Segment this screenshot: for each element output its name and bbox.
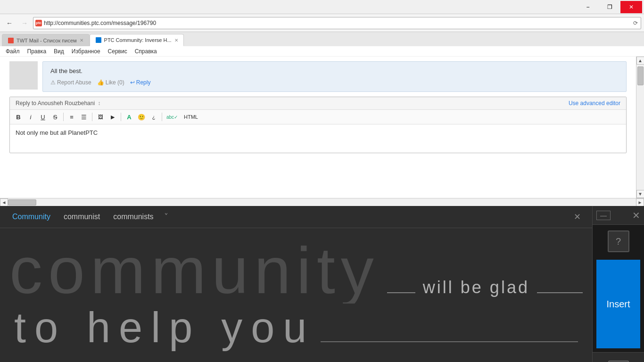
autocomplete-panel: Community communist communists ˅ ✕ commu… xyxy=(0,206,592,362)
advanced-editor-link[interactable]: Use advanced editor xyxy=(569,100,620,107)
suggestion-communist[interactable]: communist xyxy=(59,211,105,223)
font-color-button[interactable]: A xyxy=(124,112,135,122)
menu-bar: Файл Правка Вид Избранное Сервис Справка xyxy=(0,46,644,57)
menu-favorites[interactable]: Избранное xyxy=(68,47,104,56)
scroll-left-button[interactable]: ◄ xyxy=(0,198,8,206)
panel-minimize-button[interactable]: — xyxy=(596,211,611,220)
menu-edit[interactable]: Правка xyxy=(24,47,50,56)
reply-title: Reply to Anousheh Rouzbehani ↕ xyxy=(16,100,100,107)
reply-link[interactable]: ↩ Reply xyxy=(130,79,151,86)
horizontal-scrollbar[interactable]: ◄ ► xyxy=(0,198,644,206)
tab-favicon-community xyxy=(96,37,101,43)
scroll-up-button[interactable]: ▲ xyxy=(636,57,644,65)
menu-file[interactable]: Файл xyxy=(2,47,24,56)
editor-content: Not only me but all PlanetPTC xyxy=(16,129,98,136)
spellcheck-button[interactable]: abc✓ xyxy=(165,112,180,122)
bold-button[interactable]: B xyxy=(13,112,24,122)
special-char-button[interactable]: ¿ xyxy=(148,112,159,122)
minimize-button[interactable]: − xyxy=(577,1,599,13)
url-input[interactable] xyxy=(44,20,630,26)
user-avatar xyxy=(9,61,38,90)
suggestion-community[interactable]: Community xyxy=(8,211,55,223)
scroll-right-button[interactable]: ► xyxy=(636,198,644,206)
italic-button[interactable]: i xyxy=(25,112,36,122)
help-section: ? xyxy=(593,225,644,256)
unordered-list-button[interactable]: ≡ xyxy=(66,112,77,122)
report-abuse-link[interactable]: ⚠ Report Abuse xyxy=(50,79,91,86)
toolbar-separator-4 xyxy=(162,113,162,121)
keyboard-section[interactable]: ENG xyxy=(593,352,644,362)
page-body: All the best. ⚠ Report Abuse 👍 Like (0) … xyxy=(0,57,644,198)
like-button[interactable]: 👍 Like (0) xyxy=(97,79,124,86)
big-word-text: community xyxy=(9,238,380,304)
image-button[interactable]: 🖼 xyxy=(95,112,106,122)
toolbar-separator-1 xyxy=(63,113,64,121)
reply-to-label: Reply to Anousheh Rouzbehani xyxy=(16,100,95,107)
warning-icon: ⚠ xyxy=(50,79,56,86)
inline-phrase: will be glad xyxy=(423,279,529,296)
large-word-area: community will be glad to help you xyxy=(0,228,592,357)
suggestions-close-button[interactable]: ✕ xyxy=(570,210,585,224)
browser-content: All the best. ⚠ Report Abuse 👍 Like (0) … xyxy=(0,57,644,198)
tabs-bar: TWT Mail - Список писем ✕ PTC Community:… xyxy=(0,32,644,46)
suggestion-communists[interactable]: communists xyxy=(108,211,158,223)
suggestions-row: Community communist communists ˅ ✕ xyxy=(0,206,592,228)
emoji-button[interactable]: 🙂 xyxy=(136,112,147,122)
tab-label-community: PTC Community: Inverse H... xyxy=(104,37,172,43)
word-display-line1: community will be glad xyxy=(9,238,583,304)
message-area: All the best. ⚠ Report Abuse 👍 Like (0) … xyxy=(0,57,636,97)
toolbar-separator-2 xyxy=(92,113,92,121)
browser-toolbar: ← → ptc ⟳ xyxy=(0,14,644,32)
browser-favicon: ptc xyxy=(35,20,42,26)
sort-icon: ↕ xyxy=(98,100,100,107)
second-line-text: to help you xyxy=(14,304,315,352)
menu-help[interactable]: Справка xyxy=(131,47,161,56)
html-button[interactable]: HTML xyxy=(181,112,201,122)
video-button[interactable]: ▶ xyxy=(107,112,118,122)
reply-header: Reply to Anousheh Rouzbehani ↕ Use advan… xyxy=(10,97,626,110)
tab-community[interactable]: PTC Community: Inverse H... ✕ xyxy=(90,34,184,46)
vertical-scrollbar[interactable]: ▲ ▼ xyxy=(636,57,644,198)
close-window-button[interactable]: ✕ xyxy=(620,1,642,13)
word-display-line2: to help you xyxy=(9,304,583,352)
right-panel-header: — ✕ xyxy=(593,206,644,225)
underline-button[interactable]: U xyxy=(37,112,49,122)
scroll-down-button[interactable]: ▼ xyxy=(636,190,644,198)
tab-mail[interactable]: TWT Mail - Список писем ✕ xyxy=(2,34,90,46)
editor-toolbar: B i U S ≡ ☰ 🖼 ▶ A 🙂 ¿ abc✓ HTML xyxy=(10,110,626,124)
message-text: All the best. xyxy=(50,67,619,74)
tab-favicon-mail xyxy=(8,38,14,43)
strikethrough-button[interactable]: S xyxy=(50,112,61,122)
back-button[interactable]: ← xyxy=(3,16,16,30)
menu-view[interactable]: Вид xyxy=(50,47,68,56)
address-bar: ptc ⟳ xyxy=(33,17,641,29)
reply-icon: ↩ xyxy=(130,79,135,86)
message-actions: ⚠ Report Abuse 👍 Like (0) ↩ Reply xyxy=(50,79,619,86)
reply-editor: Reply to Anousheh Rouzbehani ↕ Use advan… xyxy=(9,97,627,153)
titlebar: − ❐ ✕ xyxy=(0,0,644,14)
forward-button[interactable]: → xyxy=(18,16,31,30)
right-panel: — ✕ ? Insert ENG xyxy=(592,206,644,362)
toolbar-separator-3 xyxy=(121,113,121,121)
insert-button[interactable]: Insert xyxy=(596,260,640,348)
keyboard-icon xyxy=(608,361,629,362)
autocomplete-area: Community communist communists ˅ ✕ commu… xyxy=(0,206,644,362)
restore-button[interactable]: ❐ xyxy=(599,1,620,13)
help-button[interactable]: ? xyxy=(608,230,629,252)
thumb-icon: 👍 xyxy=(97,79,104,86)
message-bubble: All the best. ⚠ Report Abuse 👍 Like (0) … xyxy=(42,61,627,92)
menu-tools[interactable]: Сервис xyxy=(104,47,131,56)
tab-close-community[interactable]: ✕ xyxy=(174,38,178,43)
refresh-button[interactable]: ⟳ xyxy=(632,19,639,27)
editor-body[interactable]: Not only me but all PlanetPTC xyxy=(10,124,626,153)
panel-close-button[interactable]: ✕ xyxy=(632,210,640,221)
h-scroll-track[interactable] xyxy=(8,198,636,206)
suggestions-expand-button[interactable]: ˅ xyxy=(164,212,168,222)
tab-label-mail: TWT Mail - Список писем xyxy=(17,38,77,43)
ordered-list-button[interactable]: ☰ xyxy=(78,112,90,122)
scroll-thumb[interactable] xyxy=(637,66,644,85)
tab-close-mail[interactable]: ✕ xyxy=(80,38,83,43)
h-scroll-thumb[interactable] xyxy=(8,199,36,206)
